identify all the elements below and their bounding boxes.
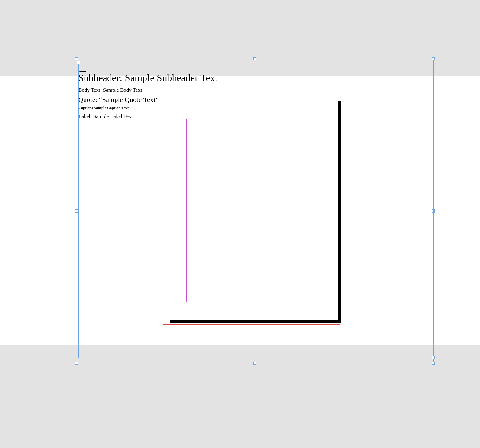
selection-handle-top-left[interactable]	[75, 57, 78, 60]
body-text: Body Text: Sample Body Text	[78, 87, 434, 93]
subheader-text: Subheader: Sample Subheader Text	[78, 72, 434, 84]
selection-handle-bottom-middle[interactable]	[253, 362, 256, 365]
selection-handle-top-middle[interactable]	[253, 57, 256, 60]
selection-handle-bottom-right[interactable]	[432, 362, 435, 365]
header-fragment: p	[78, 67, 89, 72]
selection-handle-top-left[interactable]	[77, 61, 80, 64]
selection-handle-top-right[interactable]	[432, 57, 435, 60]
selection-handle-bottom-left[interactable]	[75, 362, 78, 365]
header-text: p	[78, 67, 434, 72]
selection-handle-bottom-right[interactable]	[432, 356, 435, 359]
page-margins-guide	[186, 119, 318, 302]
